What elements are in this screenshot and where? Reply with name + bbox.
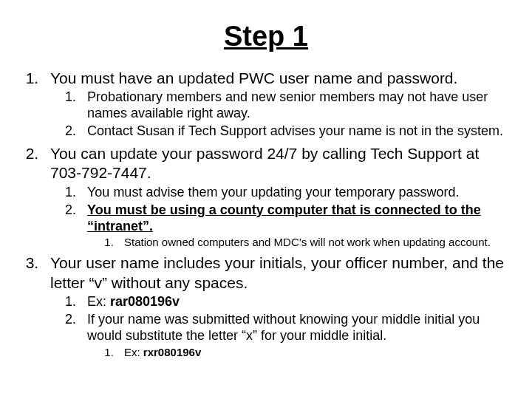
main-list: You must have an updated PWC user name a…	[22, 69, 510, 359]
point-3-1-prefix: Ex:	[87, 294, 110, 309]
point-3-2-1-example: rxr080196v	[143, 346, 201, 358]
point-3-2-text: If your name was submitted without knowi…	[87, 312, 480, 343]
point-2-2-text: You must be using a county computer that…	[87, 202, 481, 233]
point-1-2: Contact Susan if Tech Support advises yo…	[80, 123, 510, 140]
point-1-1: Probationary members and new senior memb…	[80, 89, 510, 122]
point-1-sublist: Probationary members and new senior memb…	[50, 89, 510, 140]
page-title: Step 1	[22, 21, 510, 52]
point-3-2-sublist: Ex: rxr080196v	[87, 346, 510, 359]
point-2-2-1: Station owned computers and MDC’s will n…	[117, 236, 510, 249]
point-3: Your user name includes your initials, y…	[43, 253, 510, 358]
point-3-2-1-prefix: Ex:	[124, 346, 143, 358]
point-1: You must have an updated PWC user name a…	[43, 69, 510, 140]
point-3-sublist: Ex: rar080196v If your name was submitte…	[50, 294, 510, 359]
point-2-sublist: You must advise them your updating your …	[50, 185, 510, 250]
point-3-text: Your user name includes your initials, y…	[50, 254, 504, 290]
point-1-text: You must have an updated PWC user name a…	[50, 69, 457, 86]
point-2-text: You can update your password 24/7 by cal…	[50, 145, 479, 181]
point-2: You can update your password 24/7 by cal…	[43, 144, 510, 249]
point-3-2-1: Ex: rxr080196v	[117, 346, 510, 359]
point-3-1-example: rar080196v	[110, 294, 180, 309]
point-2-2-sublist: Station owned computers and MDC’s will n…	[87, 236, 510, 249]
slide: Step 1 You must have an updated PWC user…	[0, 0, 532, 399]
point-3-1: Ex: rar080196v	[80, 294, 510, 310]
point-3-2: If your name was submitted without knowi…	[80, 312, 510, 359]
point-2-2: You must be using a county computer that…	[80, 202, 510, 250]
point-2-1: You must advise them your updating your …	[80, 185, 510, 201]
